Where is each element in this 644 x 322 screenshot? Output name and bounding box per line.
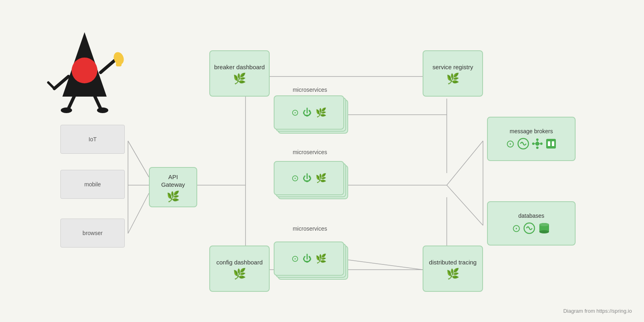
api-gateway-box: APIGateway 🌿 — [149, 167, 197, 207]
mb-spring-icon — [517, 138, 529, 150]
service-registry-box: service registry 🌿 — [423, 50, 483, 97]
svg-line-12 — [447, 141, 483, 185]
databases-box: databases ⊙ — [487, 201, 576, 246]
attribution: Diagram from https://spring.io — [563, 308, 632, 314]
config-leaf-icon: 🌿 — [233, 268, 246, 279]
svg-point-28 — [97, 107, 108, 113]
svg-line-0 — [128, 141, 149, 177]
svg-line-2 — [128, 193, 149, 233]
microservices-label-top: microservices — [274, 87, 346, 93]
svg-point-43 — [539, 230, 549, 233]
breaker-dashboard-box: breaker dashboard 🌿 — [209, 50, 270, 97]
client-box-mobile: mobile — [60, 170, 125, 199]
svg-rect-37 — [546, 139, 556, 149]
distributed-tracing-label: distributed tracing — [429, 258, 477, 266]
breaker-dashboard-label: breaker dashboard — [214, 63, 265, 71]
db-cylinder-icon — [538, 222, 551, 234]
svg-rect-24 — [116, 62, 122, 66]
breaker-leaf-icon: 🌿 — [233, 73, 246, 84]
svg-point-31 — [536, 138, 539, 141]
mb-rabbitmq-icon — [545, 138, 557, 149]
api-gateway-leaf-icon: 🌿 — [167, 191, 180, 202]
client-browser-label: browser — [83, 230, 103, 236]
client-box-iot: IoT — [60, 125, 125, 154]
mb-atom-icon: ⊙ — [506, 138, 515, 150]
service-registry-label: service registry — [433, 63, 473, 71]
svg-line-26 — [95, 96, 101, 109]
svg-line-13 — [447, 185, 483, 225]
distributed-tracing-leaf-icon: 🌿 — [446, 268, 459, 279]
message-brokers-box: message brokers ⊙ — [487, 117, 576, 161]
svg-point-34 — [540, 142, 543, 145]
diagram-container: IoT mobile browser APIGateway 🌿 breaker … — [0, 0, 644, 322]
config-dashboard-label: config dashboard — [216, 258, 262, 266]
mb-kafka-icon — [532, 138, 543, 149]
svg-point-33 — [532, 142, 535, 145]
client-box-browser: browser — [60, 219, 125, 248]
svg-rect-38 — [548, 141, 550, 146]
db-spring-icon — [523, 222, 535, 234]
api-gateway-label: APIGateway — [161, 173, 185, 189]
db-atom-icon: ⊙ — [512, 222, 521, 235]
svg-point-44 — [539, 223, 549, 226]
databases-icons: ⊙ — [512, 222, 551, 235]
svg-point-19 — [72, 58, 97, 83]
microservices-label-bottom: microservices — [274, 225, 346, 232]
svg-rect-39 — [552, 141, 554, 146]
svg-point-32 — [536, 147, 539, 149]
client-mobile-label: mobile — [84, 181, 101, 188]
distributed-tracing-box: distributed tracing 🌿 — [423, 246, 483, 292]
svg-line-25 — [68, 96, 74, 109]
message-brokers-label: message brokers — [510, 128, 553, 134]
client-iot-label: IoT — [89, 136, 97, 142]
databases-label: databases — [518, 213, 545, 219]
svg-line-21 — [48, 83, 54, 89]
microservices-label-middle: microservices — [274, 149, 346, 155]
svg-point-27 — [61, 107, 72, 113]
service-registry-leaf-icon: 🌿 — [446, 73, 459, 84]
message-brokers-icons: ⊙ — [506, 138, 557, 150]
svg-line-22 — [101, 60, 115, 72]
mascot — [40, 24, 129, 113]
svg-line-16 — [346, 260, 423, 270]
config-dashboard-box: config dashboard 🌿 — [209, 246, 270, 292]
